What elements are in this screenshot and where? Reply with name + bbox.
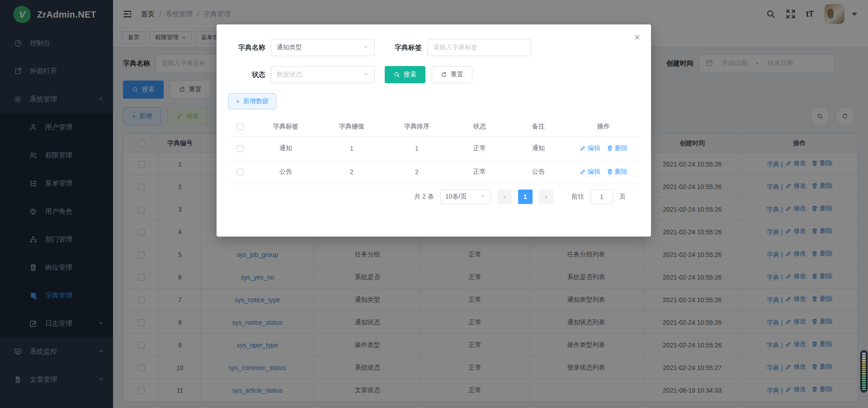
- dialog-select-all-checkbox[interactable]: [237, 123, 244, 130]
- status-cell: 正常: [450, 137, 509, 160]
- col-dict-tag: 字典标签: [252, 117, 320, 137]
- col-dict-sort: 字典排序: [384, 117, 450, 137]
- dialog-filter-row-2: 状态 数据状态 搜索 重置: [228, 66, 639, 83]
- scrollbar-thumb[interactable]: [861, 351, 867, 392]
- remark-cell: 公告: [509, 160, 567, 184]
- dialog-table-row: 通知 1 1 正常 通知 编辑删除: [228, 137, 640, 160]
- dict-sort-cell: 1: [384, 137, 450, 160]
- dialog-status-select[interactable]: 数据状态: [271, 66, 375, 83]
- dict-value-cell: 2: [320, 160, 384, 184]
- goto-label: 前往: [571, 193, 584, 201]
- pencil-icon: [580, 145, 586, 152]
- remark-cell: 通知: [509, 137, 567, 160]
- dialog-row-checkbox[interactable]: [237, 145, 244, 152]
- dict-value-cell: 1: [320, 137, 384, 160]
- page-size-select[interactable]: 10条/页: [440, 190, 491, 204]
- dict-tag-cell: 公告: [252, 160, 320, 184]
- add-dict-data-button[interactable]: + 新增数据: [228, 93, 276, 109]
- dict-data-dialog: × 字典名称 通知类型 字典标签 请输入字典标签 状态 数据状态 搜索 重置: [217, 24, 651, 237]
- chevron-down-icon: [480, 193, 486, 200]
- current-page-button[interactable]: 1: [518, 190, 533, 204]
- col-action: 操作: [567, 117, 640, 137]
- col-dict-value: 字典键值: [320, 117, 384, 137]
- pencil-icon: [580, 169, 586, 175]
- dialog-dict-tag-input[interactable]: 请输入字典标签: [427, 39, 531, 56]
- edit-row-link[interactable]: 编辑: [580, 144, 600, 152]
- col-remark: 备注: [509, 117, 567, 137]
- edit-row-link[interactable]: 编辑: [580, 168, 600, 176]
- next-page-button[interactable]: ›: [539, 190, 553, 204]
- dialog-dict-name-select[interactable]: 通知类型: [271, 39, 375, 56]
- dialog-table-row: 公告 2 2 正常 公告 编辑删除: [228, 160, 640, 184]
- dialog-row-checkbox[interactable]: [237, 169, 244, 176]
- trash-icon: [607, 145, 613, 152]
- dialog-pagination: 共 2 条 10条/页 ‹ 1 › 前往 1 页: [228, 190, 639, 204]
- dialog-search-button[interactable]: 搜索: [385, 66, 425, 83]
- dialog-filter-row-1: 字典名称 通知类型 字典标签 请输入字典标签: [228, 39, 639, 56]
- total-count: 共 2 条: [414, 193, 434, 201]
- action-cell: 编辑删除: [567, 160, 640, 184]
- dict-data-table: 字典标签 字典键值 字典排序 状态 备注 操作 通知 1 1 正常 通知 编辑删…: [228, 117, 640, 184]
- delete-row-link[interactable]: 删除: [607, 144, 627, 152]
- action-cell: 编辑删除: [567, 137, 640, 160]
- delete-row-link[interactable]: 删除: [607, 168, 627, 176]
- dialog-status-label: 状态: [228, 71, 265, 79]
- status-cell: 正常: [450, 160, 509, 184]
- chevron-down-icon: [363, 71, 369, 79]
- dict-sort-cell: 2: [384, 160, 450, 184]
- dialog-dict-tag-label: 字典标签: [385, 43, 422, 52]
- goto-page-input[interactable]: 1: [590, 190, 613, 204]
- col-status: 状态: [450, 117, 509, 137]
- goto-suffix-label: 页: [619, 193, 626, 201]
- dialog-dict-name-label: 字典名称: [228, 43, 265, 52]
- close-dialog-icon[interactable]: ×: [634, 33, 640, 43]
- dialog-reset-button[interactable]: 重置: [432, 66, 472, 83]
- chevron-down-icon: [363, 44, 369, 52]
- prev-page-button[interactable]: ‹: [497, 190, 512, 204]
- dict-tag-cell: 通知: [252, 137, 320, 160]
- trash-icon: [607, 169, 613, 175]
